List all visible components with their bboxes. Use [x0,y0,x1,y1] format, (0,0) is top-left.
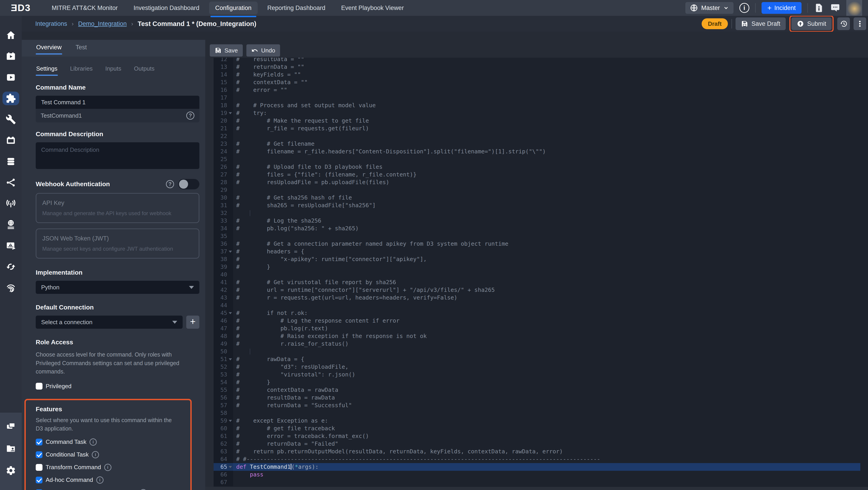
code-line[interactable]: 18# # Process and set output model value [214,102,868,109]
code-line[interactable]: 26# # Upload file to D3 playbook files [214,163,868,171]
code-line[interactable]: 50​ [214,348,868,355]
nav-tab-investigation-dashboard[interactable]: Investigation Dashboard [127,2,206,15]
tab-test[interactable]: Test [75,41,88,55]
build-tools-icon[interactable] [2,113,19,126]
chat-icon[interactable] [830,3,840,13]
globe-report-icon[interactable] [2,218,19,231]
code-line[interactable]: 66 pass [214,471,868,479]
code-line[interactable]: 60# # get file traceback [214,425,868,432]
code-line[interactable]: 40​ [214,271,868,279]
code-line[interactable]: 16# error = "" [214,86,868,94]
code-line[interactable]: 43# r = requests.get(url=url, headers=he… [214,294,868,301]
editor-save-button[interactable]: Save [210,44,243,57]
code-line[interactable]: 52# "d3": resUploadFile, [214,363,868,371]
code-line[interactable]: 58​ [214,409,868,417]
tab-overview[interactable]: Overview [36,41,62,55]
history-button[interactable] [837,18,850,30]
code-area[interactable]: 12# resultData = ""13# returnData = ""14… [214,58,868,487]
subtab-outputs[interactable]: Outputs [133,63,155,76]
code-line[interactable]: 12# resultData = "" [214,58,868,63]
editor-undo-button[interactable]: Undo [246,44,280,57]
code-line[interactable]: 13# returnData = "" [214,63,868,71]
code-line[interactable]: 24# filename = r_file.headers["Content-D… [214,148,868,155]
code-line[interactable]: 56# resultData = rawData [214,394,868,402]
new-incident-button[interactable]: + Incident [762,2,802,14]
checkbox-transform-command[interactable] [36,464,42,471]
code-line[interactable]: 28# resUploadFile = pb.uploadFile(files) [214,178,868,186]
code-line[interactable]: 47# pb.log(r.text) [214,325,868,332]
fold-arrow-icon[interactable] [229,312,232,314]
integrations-icon[interactable] [2,92,19,105]
code-line[interactable]: 17​ [214,94,868,102]
code-line[interactable]: 36# # Get a connection parameter named a… [214,240,868,248]
checkbox-allow-command-to-be-run-on-agent[interactable] [36,489,42,490]
database-icon[interactable] [2,155,19,168]
code-line[interactable]: 32​ [214,209,868,217]
code-line[interactable]: 42# url = runtime["connector"]["serverur… [214,286,868,294]
fold-arrow-icon[interactable] [229,251,232,253]
d3-logo[interactable]: ƎD3 [11,2,31,13]
code-line[interactable]: 35​ [214,232,868,240]
info-icon[interactable]: i [96,477,103,484]
code-line[interactable]: 34# pb.log("sha256: " + sha265) [214,225,868,232]
nav-tab-reporting-dashboard[interactable]: Reporting Dashboard [261,2,332,15]
info-icon[interactable]: i [104,464,112,471]
subtab-settings[interactable]: Settings [36,63,58,76]
command-name-input[interactable]: Test Command 1 [36,96,199,109]
event-calendar-icon[interactable] [2,50,19,63]
code-line[interactable]: 61# error = traceback.format_exc() [214,432,868,440]
info-icon[interactable]: i [739,3,749,13]
release-notes-icon[interactable] [814,3,824,13]
code-line[interactable]: 44​ [214,301,868,309]
code-line[interactable]: 46# # Log the response content if error [214,317,868,325]
add-connection-button[interactable]: + [186,316,199,329]
home-icon[interactable] [2,29,19,42]
code-line[interactable]: 54# } [214,378,868,386]
code-line[interactable]: 30# # Get sha256 hash of file [214,194,868,202]
nav-tab-configuration[interactable]: Configuration [209,2,258,15]
incident-report-icon[interactable] [2,239,19,253]
code-line[interactable]: 39# } [214,263,868,271]
help-icon[interactable]: ? [166,180,174,188]
info-icon[interactable]: i [92,451,99,458]
code-line[interactable]: 49# r.raise_for_status() [214,340,868,348]
help-icon[interactable]: ? [186,112,194,120]
code-line[interactable]: 41# # Get virustotal file report by sha2… [214,279,868,286]
code-line[interactable]: 23# # Get filename [214,140,868,148]
contact-folder-icon[interactable] [2,441,19,455]
media-library-icon[interactable] [2,70,19,84]
breadcrumb-demo-integration[interactable]: Demo_Integration [78,20,127,27]
api-key-card[interactable]: API Key Manage and generate the API keys… [36,193,199,223]
code-line[interactable]: 31# sha265 = resUploadFile["sha256"] [214,202,868,209]
code-line[interactable]: 29​ [214,186,868,194]
code-line[interactable]: 14# keyFields = "" [214,71,868,79]
code-line[interactable]: 22​ [214,132,868,140]
fold-arrow-icon[interactable] [229,420,232,422]
save-draft-button[interactable]: Save Draft [736,18,786,30]
code-line[interactable]: 62# returnData = "Failed" [214,440,868,448]
privileged-checkbox[interactable] [36,383,42,390]
more-options-button[interactable] [854,18,866,30]
code-line[interactable]: 53# "virustotal": r.json() [214,371,868,378]
settings-gear-icon[interactable] [2,464,19,477]
code-line[interactable]: 63# return pb.returnOutputModel(resultDa… [214,448,868,455]
code-line[interactable]: 65def TestCommand1(*args): [214,463,868,471]
code-line[interactable]: 38# "x-apikey": runtime["connector"]["ap… [214,255,868,263]
submit-button[interactable]: Submit [792,18,832,30]
board-icon[interactable] [2,134,19,147]
code-line[interactable]: 37# headers = { [214,248,868,255]
implementation-select[interactable]: Python [36,281,199,294]
command-description-input[interactable]: Command Description [36,142,199,169]
code-line[interactable]: 33# # Log the sha256 [214,217,868,225]
fingerprint-icon[interactable] [2,281,19,294]
jwt-card[interactable]: JSON Web Token (JWT) Manage secret keys … [36,229,199,259]
code-line[interactable]: 27# files = {"file": (filename, r_file.c… [214,171,868,178]
user-avatar[interactable] [846,0,862,16]
editor-scrollbar-track[interactable] [205,487,868,490]
code-line[interactable]: 67​ [214,479,868,486]
webhook-auth-toggle[interactable] [178,179,199,189]
checkbox-command-task[interactable] [36,439,42,445]
fold-arrow-icon[interactable] [229,358,232,361]
info-icon[interactable]: i [140,489,147,490]
fold-arrow-icon[interactable] [229,466,232,468]
